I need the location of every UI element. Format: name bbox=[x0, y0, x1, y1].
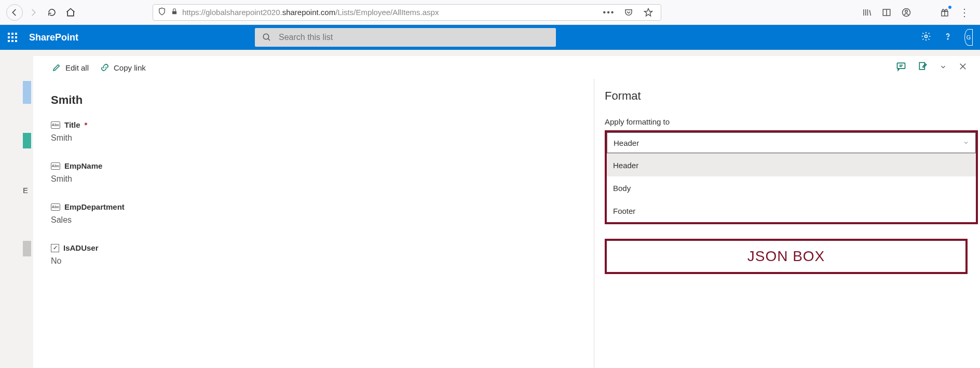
svg-rect-15 bbox=[15, 40, 17, 42]
field-isaduser: ✓ IsADUser No bbox=[51, 243, 576, 266]
avatar[interactable]: G bbox=[964, 29, 973, 46]
field-empdepartment: Abc EmpDepartment Sales bbox=[51, 202, 576, 225]
copy-link-label: Copy link bbox=[114, 63, 146, 72]
sharepoint-header: SharePoint G bbox=[0, 25, 980, 50]
svg-rect-20 bbox=[897, 63, 905, 69]
form-left: Smith Abc Title * Smith Abc EmpName Smit… bbox=[33, 79, 594, 368]
svg-line-17 bbox=[268, 38, 270, 40]
format-pane: Format Apply formatting to Header Header… bbox=[594, 79, 980, 368]
svg-rect-13 bbox=[8, 40, 10, 42]
rail-item-1[interactable] bbox=[23, 81, 31, 104]
form-title: Smith bbox=[51, 93, 576, 107]
bool-type-icon: ✓ bbox=[51, 244, 59, 252]
browser-right-icons: ⋮ bbox=[862, 7, 975, 18]
apply-formatting-label: Apply formatting to bbox=[605, 117, 980, 126]
text-type-icon: Abc bbox=[51, 162, 60, 170]
svg-rect-11 bbox=[11, 36, 13, 38]
field-title: Abc Title * Smith bbox=[51, 120, 576, 143]
browser-toolbar: https://globalsharepoint2020.sharepoint.… bbox=[0, 0, 980, 25]
svg-point-19 bbox=[947, 38, 948, 39]
close-icon[interactable] bbox=[958, 62, 968, 74]
svg-point-16 bbox=[263, 34, 269, 39]
back-button[interactable] bbox=[6, 4, 23, 21]
search-icon bbox=[262, 33, 271, 42]
pencil-icon bbox=[52, 63, 61, 72]
rail-item-3[interactable] bbox=[23, 241, 31, 256]
form-edit-icon[interactable] bbox=[918, 61, 928, 74]
svg-rect-7 bbox=[8, 33, 10, 35]
field-label: EmpDepartment bbox=[64, 202, 125, 211]
svg-rect-0 bbox=[172, 11, 176, 14]
gift-icon[interactable] bbox=[940, 7, 950, 18]
field-empname: Abc EmpName Smith bbox=[51, 161, 576, 184]
comment-icon[interactable] bbox=[896, 61, 906, 74]
search-box[interactable] bbox=[255, 28, 556, 47]
item-panel: Edit all Copy link Smith bbox=[33, 56, 980, 368]
reload-button[interactable] bbox=[44, 4, 60, 21]
lock-icon bbox=[170, 8, 179, 17]
text-type-icon: Abc bbox=[51, 203, 60, 211]
svg-rect-14 bbox=[11, 40, 13, 42]
dropdown-list: Header Body Footer bbox=[607, 153, 976, 222]
field-value: Smith bbox=[51, 133, 576, 143]
left-rail: E bbox=[0, 50, 33, 368]
kebab-icon[interactable]: ⋮ bbox=[959, 7, 970, 18]
rail-item-2[interactable] bbox=[23, 133, 31, 148]
chevron-down-icon bbox=[963, 140, 969, 146]
library-icon[interactable] bbox=[862, 7, 872, 18]
svg-rect-8 bbox=[11, 33, 13, 35]
url-bar[interactable]: https://globalsharepoint2020.sharepoint.… bbox=[153, 4, 661, 21]
field-label: IsADUser bbox=[63, 243, 99, 252]
svg-rect-9 bbox=[15, 33, 17, 35]
command-bar: Edit all Copy link bbox=[33, 56, 980, 79]
search-input[interactable] bbox=[279, 33, 549, 42]
dropdown-option-body[interactable]: Body bbox=[607, 176, 976, 199]
account-icon[interactable] bbox=[901, 7, 911, 18]
svg-point-4 bbox=[905, 10, 908, 12]
pocket-icon[interactable] bbox=[623, 7, 634, 18]
field-value: No bbox=[51, 256, 576, 266]
rail-item-label[interactable]: E bbox=[23, 186, 28, 195]
apply-formatting-select[interactable]: Header bbox=[607, 132, 976, 153]
link-icon bbox=[100, 63, 110, 72]
svg-rect-10 bbox=[8, 36, 10, 38]
field-label: Title bbox=[64, 120, 80, 129]
field-label: EmpName bbox=[64, 161, 102, 170]
sharepoint-title: SharePoint bbox=[29, 32, 78, 43]
star-icon[interactable] bbox=[643, 7, 654, 18]
required-marker: * bbox=[85, 120, 88, 129]
url-text: https://globalsharepoint2020.sharepoint.… bbox=[182, 8, 439, 17]
apply-formatting-dropdown-highlight: Header Header Body Footer bbox=[605, 130, 978, 224]
dropdown-option-footer[interactable]: Footer bbox=[607, 199, 976, 222]
more-icon[interactable]: ••• bbox=[604, 7, 614, 18]
dropdown-selected: Header bbox=[614, 139, 639, 147]
sidebar-icon[interactable] bbox=[881, 7, 892, 18]
settings-icon[interactable] bbox=[921, 31, 931, 44]
chevron-down-icon[interactable] bbox=[940, 62, 947, 73]
svg-rect-12 bbox=[15, 36, 17, 38]
shield-icon bbox=[157, 7, 167, 18]
dropdown-option-header[interactable]: Header bbox=[607, 154, 976, 176]
home-button[interactable] bbox=[62, 4, 79, 21]
field-value: Smith bbox=[51, 174, 576, 184]
text-type-icon: Abc bbox=[51, 121, 60, 129]
edit-all-label: Edit all bbox=[65, 63, 89, 72]
svg-point-18 bbox=[925, 35, 928, 37]
copy-link-button[interactable]: Copy link bbox=[100, 63, 146, 72]
format-title: Format bbox=[605, 89, 980, 103]
forward-button[interactable] bbox=[25, 4, 42, 21]
help-icon[interactable] bbox=[943, 31, 953, 44]
json-box[interactable]: JSON BOX bbox=[605, 239, 968, 274]
field-value: Sales bbox=[51, 215, 576, 225]
edit-all-button[interactable]: Edit all bbox=[52, 63, 89, 72]
app-launcher-icon[interactable] bbox=[0, 25, 25, 50]
